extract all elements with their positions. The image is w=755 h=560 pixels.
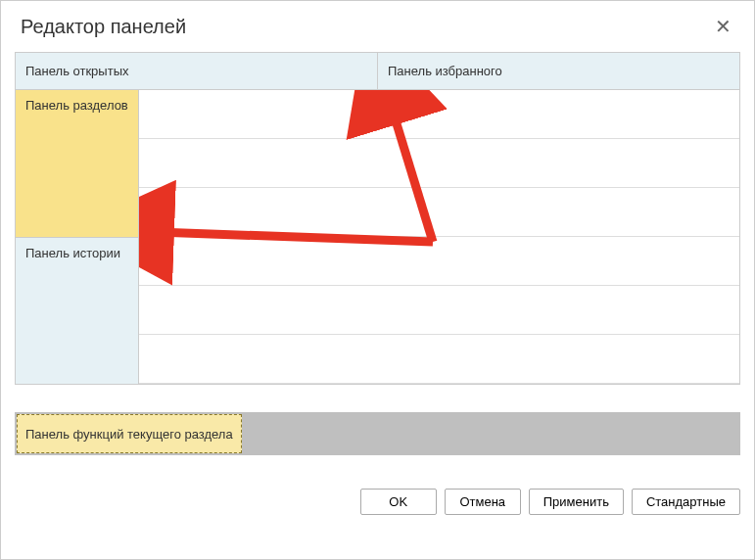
titlebar: Редактор панелей ✕: [1, 1, 754, 48]
panel-open-label: Панель открытых: [25, 64, 128, 78]
ok-button[interactable]: OK: [360, 489, 437, 515]
panel-sections[interactable]: Панель разделов: [16, 90, 138, 238]
middle-row: Панель разделов Панель истории: [16, 90, 739, 384]
cancel-button[interactable]: Отмена: [445, 489, 521, 515]
panel-history-label: Панель истории: [25, 246, 120, 260]
panel-current-section-functions[interactable]: Панель функций текущего раздела: [17, 414, 242, 453]
panel-editor-dialog: Редактор панелей ✕ Панель открытых Панел…: [1, 1, 754, 559]
defaults-button[interactable]: Стандартные: [632, 489, 740, 515]
unused-panels-tray[interactable]: Панель функций текущего раздела: [15, 412, 740, 455]
button-row: OK Отмена Применить Стандартные: [1, 475, 754, 529]
svg-line-1: [157, 232, 433, 242]
panel-favorites[interactable]: Панель избранного: [378, 53, 739, 89]
sidebar: Панель разделов Панель истории: [16, 90, 139, 384]
svg-line-0: [392, 108, 433, 242]
panel-favorites-label: Панель избранного: [388, 64, 502, 78]
annotation-arrows: [139, 90, 742, 384]
panel-history[interactable]: Панель истории: [16, 238, 138, 385]
panel-func-label: Панель функций текущего раздела: [25, 427, 233, 442]
apply-button[interactable]: Применить: [529, 489, 624, 515]
top-row: Панель открытых Панель избранного: [16, 53, 739, 90]
panel-open[interactable]: Панель открытых: [16, 53, 378, 89]
dialog-title: Редактор панелей: [21, 16, 186, 38]
layout-grid: Панель открытых Панель избранного Панель…: [15, 52, 740, 385]
panel-sections-label: Панель разделов: [25, 98, 128, 113]
close-icon[interactable]: ✕: [711, 15, 734, 38]
drop-target-main[interactable]: [139, 90, 739, 384]
